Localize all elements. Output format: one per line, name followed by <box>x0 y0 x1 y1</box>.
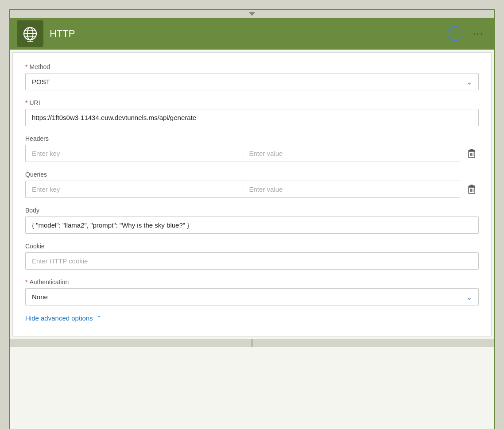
queries-kv-inputs <box>25 181 460 198</box>
queries-delete-icon <box>466 184 477 195</box>
uri-label: * URI <box>25 99 479 106</box>
authentication-required-star: * <box>25 278 27 286</box>
method-field-group: * Method GET POST PUT DELETE PATCH HEAD … <box>25 63 479 90</box>
chevron-up-icon: ⌃ <box>97 315 101 321</box>
queries-key-input[interactable] <box>26 181 243 197</box>
queries-kv-row <box>25 181 479 198</box>
headers-delete-icon <box>466 148 477 159</box>
authentication-label: * Authentication <box>25 278 479 286</box>
method-select[interactable]: GET POST PUT DELETE PATCH HEAD OPTIONS <box>25 73 479 90</box>
body-label: Body <box>25 207 479 214</box>
http-action-card: HTTP ? ··· * Method GET POST PUT DELETE … <box>9 9 495 429</box>
svg-rect-8 <box>469 150 475 151</box>
cookie-label: Cookie <box>25 243 479 250</box>
globe-icon <box>22 26 38 42</box>
cookie-field-group: Cookie <box>25 243 479 270</box>
header-title: HTTP <box>50 28 447 39</box>
form-content: * Method GET POST PUT DELETE PATCH HEAD … <box>12 52 492 336</box>
headers-value-input[interactable] <box>243 145 460 162</box>
uri-required-star: * <box>25 99 27 106</box>
headers-kv-row <box>25 145 479 162</box>
header-actions: ? ··· <box>447 26 487 41</box>
queries-label: Queries <box>25 171 479 178</box>
method-select-wrapper: GET POST PUT DELETE PATCH HEAD OPTIONS ⌄ <box>25 73 479 90</box>
svg-marker-0 <box>249 12 255 16</box>
svg-rect-15 <box>469 186 475 186</box>
headers-key-input[interactable] <box>26 145 243 162</box>
svg-rect-9 <box>470 149 473 150</box>
body-input[interactable] <box>25 216 479 234</box>
method-required-star: * <box>25 63 27 70</box>
body-field-group: Body <box>25 207 479 234</box>
headers-field-group: Headers <box>25 135 479 162</box>
action-header: HTTP ? ··· <box>10 18 494 50</box>
header-icon-bg <box>17 20 43 47</box>
headers-label: Headers <box>25 135 479 142</box>
connector-top-arrow <box>248 10 256 18</box>
authentication-select-wrapper: None Basic Client Certificate Active Dir… <box>25 288 479 305</box>
method-label: * Method <box>25 63 479 70</box>
authentication-select[interactable]: None Basic Client Certificate Active Dir… <box>25 288 479 305</box>
headers-delete-button[interactable] <box>465 147 479 161</box>
uri-input[interactable] <box>25 109 479 126</box>
svg-rect-16 <box>470 185 473 186</box>
uri-field-group: * URI <box>25 99 479 126</box>
help-button[interactable]: ? <box>447 26 462 41</box>
hide-advanced-button[interactable]: Hide advanced options ⌃ <box>25 314 101 322</box>
queries-field-group: Queries <box>25 171 479 198</box>
headers-kv-inputs <box>25 145 460 162</box>
connector-bottom-line <box>249 339 255 347</box>
authentication-field-group: * Authentication None Basic Client Certi… <box>25 278 479 305</box>
queries-value-input[interactable] <box>243 181 460 197</box>
cookie-input[interactable] <box>25 252 479 270</box>
more-button[interactable]: ··· <box>469 26 487 41</box>
queries-delete-button[interactable] <box>465 182 479 197</box>
